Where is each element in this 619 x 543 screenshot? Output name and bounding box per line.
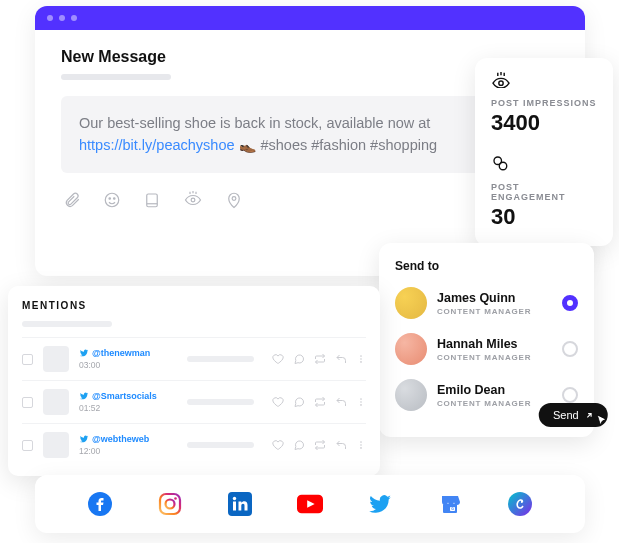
mentions-heading: MENTIONS (22, 300, 366, 311)
send-to-panel: Send to James Quinn CONTENT MANAGER Hann… (379, 243, 594, 437)
svg-point-5 (191, 198, 195, 202)
mention-row[interactable]: @thenewman 03:00 (22, 337, 366, 380)
thumbnail (43, 389, 69, 415)
twitter-icon (79, 434, 89, 444)
twitter-icon (79, 391, 89, 401)
location-icon[interactable] (225, 191, 243, 209)
mention-actions (272, 353, 366, 365)
send-button[interactable]: Send (539, 403, 608, 427)
stats-card: POST IMPRESSIONS 3400 POST ENGAGEMENT 30 (475, 58, 613, 246)
twitter-icon[interactable] (367, 491, 393, 517)
person-row[interactable]: James Quinn CONTENT MANAGER (395, 287, 578, 319)
comment-icon[interactable] (293, 439, 305, 451)
comment-icon[interactable] (293, 396, 305, 408)
person-role: CONTENT MANAGER (437, 353, 552, 362)
svg-text:G: G (451, 507, 454, 511)
skeleton-line (22, 321, 112, 327)
person-row[interactable]: Hannah Miles CONTENT MANAGER (395, 333, 578, 365)
window-dot (47, 15, 53, 21)
mention-handle[interactable]: @Smartsocials (79, 391, 169, 401)
mention-time: 01:52 (79, 403, 169, 413)
google-business-icon[interactable]: G (437, 491, 463, 517)
mention-actions (272, 439, 366, 451)
instagram-icon[interactable] (157, 491, 183, 517)
select-radio[interactable] (562, 295, 578, 311)
select-radio[interactable] (562, 341, 578, 357)
canva-icon[interactable] (507, 491, 533, 517)
media-icon[interactable] (143, 191, 161, 209)
heart-icon[interactable] (272, 353, 284, 365)
svg-point-31 (233, 497, 236, 500)
skeleton-line (187, 442, 254, 448)
skeleton-line (187, 399, 254, 405)
person-role: CONTENT MANAGER (437, 399, 552, 408)
avatar (395, 333, 427, 365)
mention-actions (272, 396, 366, 408)
thumbnail (43, 346, 69, 372)
person-name: James Quinn (437, 291, 552, 305)
svg-point-28 (174, 497, 177, 500)
comment-icon[interactable] (293, 353, 305, 365)
svg-point-0 (105, 193, 119, 207)
reply-icon[interactable] (335, 396, 347, 408)
more-icon[interactable] (356, 396, 366, 408)
window-dot (71, 15, 77, 21)
impressions-value: 3400 (491, 110, 597, 136)
message-hashtags: #shoes #fashion #shopping (260, 137, 437, 153)
mention-row[interactable]: @Smartsocials 01:52 (22, 380, 366, 423)
reply-icon[interactable] (335, 353, 347, 365)
svg-rect-26 (160, 494, 180, 514)
heart-icon[interactable] (272, 439, 284, 451)
mention-time: 12:00 (79, 446, 169, 456)
engagement-value: 30 (491, 204, 597, 230)
person-role: CONTENT MANAGER (437, 307, 552, 316)
engagement-label: POST ENGAGEMENT (491, 182, 597, 202)
svg-point-17 (360, 358, 362, 360)
person-name: Emilo Dean (437, 383, 552, 397)
youtube-icon[interactable] (297, 491, 323, 517)
retweet-icon[interactable] (314, 353, 326, 365)
more-icon[interactable] (356, 353, 366, 365)
linkedin-icon[interactable] (227, 491, 253, 517)
mention-handle[interactable]: @webtheweb (79, 434, 169, 444)
cursor-icon (595, 413, 610, 428)
message-link[interactable]: https://bit.ly/peachyshoe (79, 137, 235, 153)
shoe-emoji: 👞 (239, 137, 256, 153)
svg-point-27 (166, 500, 175, 509)
svg-point-9 (232, 197, 236, 201)
svg-point-10 (499, 81, 503, 85)
heart-icon[interactable] (272, 396, 284, 408)
facebook-icon[interactable] (87, 491, 113, 517)
impressions-icon (491, 72, 597, 92)
retweet-icon[interactable] (314, 396, 326, 408)
svg-rect-3 (147, 194, 158, 207)
svg-point-18 (360, 361, 362, 363)
retweet-icon[interactable] (314, 439, 326, 451)
avatar (395, 379, 427, 411)
svg-point-19 (360, 398, 362, 400)
skeleton-line (61, 74, 171, 80)
visibility-icon[interactable] (183, 191, 203, 209)
social-bar: G (35, 475, 585, 533)
skeleton-line (187, 356, 254, 362)
person-name: Hannah Miles (437, 337, 552, 351)
svg-point-21 (360, 404, 362, 406)
impressions-label: POST IMPRESSIONS (491, 98, 597, 108)
checkbox[interactable] (22, 397, 33, 408)
svg-point-16 (360, 355, 362, 357)
attachment-icon[interactable] (63, 191, 81, 209)
send-button-label: Send (553, 409, 579, 421)
select-radio[interactable] (562, 387, 578, 403)
mention-time: 03:00 (79, 360, 169, 370)
checkbox[interactable] (22, 354, 33, 365)
thumbnail (43, 432, 69, 458)
more-icon[interactable] (356, 439, 366, 451)
mention-handle[interactable]: @thenewman (79, 348, 169, 358)
window-titlebar (35, 6, 585, 30)
mention-row[interactable]: @webtheweb 12:00 (22, 423, 366, 466)
checkbox[interactable] (22, 440, 33, 451)
emoji-icon[interactable] (103, 191, 121, 209)
reply-icon[interactable] (335, 439, 347, 451)
engagement-icon (491, 154, 597, 176)
twitter-icon (79, 348, 89, 358)
